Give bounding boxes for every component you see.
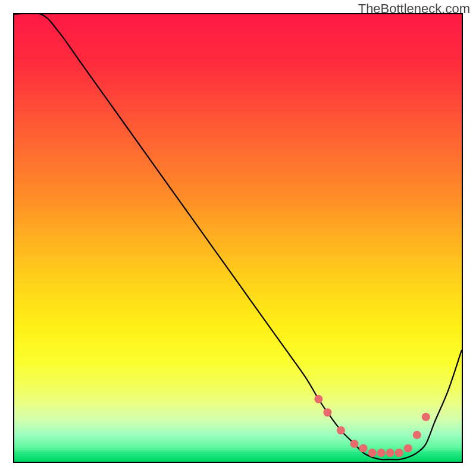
plot-area xyxy=(13,13,463,463)
data-marker xyxy=(350,440,359,448)
data-marker xyxy=(404,444,412,452)
data-marker xyxy=(422,413,430,421)
data-marker xyxy=(323,408,331,416)
data-marker xyxy=(377,449,386,457)
data-marker xyxy=(337,426,345,434)
data-marker xyxy=(368,449,377,457)
data-marker xyxy=(413,431,421,439)
bottleneck-curve xyxy=(14,14,462,460)
data-marker xyxy=(314,395,322,403)
chart-svg xyxy=(14,14,462,462)
data-marker xyxy=(386,449,394,457)
data-marker xyxy=(395,449,403,457)
chart-frame: TheBottleneck.com xyxy=(0,0,476,476)
data-marker xyxy=(359,444,368,452)
